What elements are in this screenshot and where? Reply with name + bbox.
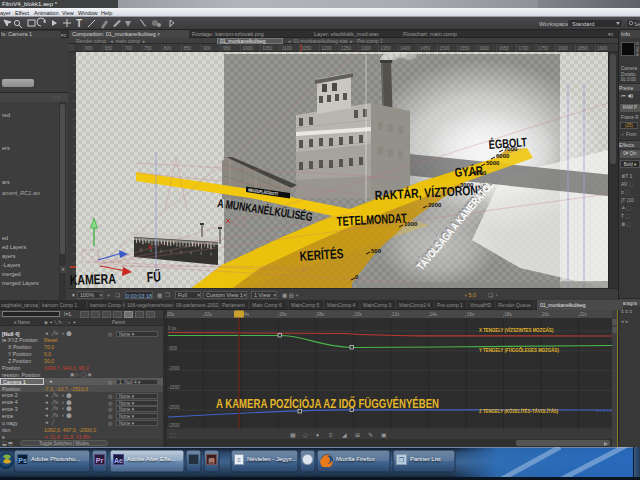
- svg-text:-2000: -2000: [168, 405, 180, 410]
- svg-text:1450: 1450: [420, 46, 431, 51]
- svg-text:1700: 1700: [518, 46, 529, 51]
- svg-text:1050: 1050: [262, 46, 273, 51]
- svg-text:1900: 1900: [597, 46, 608, 51]
- svg-text:650: 650: [105, 46, 113, 51]
- svg-text:1150: 1150: [302, 46, 312, 51]
- svg-text:500: 500: [371, 248, 382, 254]
- svg-text:1600: 1600: [479, 46, 490, 51]
- svg-text:1800: 1800: [558, 46, 569, 51]
- svg-text:X TENGELY (VÍZSZINTES MOZGÁS): X TENGELY (VÍZSZINTES MOZGÁS): [479, 325, 554, 333]
- svg-text:2000: 2000: [428, 202, 442, 208]
- svg-text:12s: 12s: [392, 312, 400, 317]
- svg-text:1500: 1500: [440, 46, 451, 51]
- svg-text:▦: ▦: [290, 432, 296, 438]
- svg-text:02s: 02s: [205, 312, 213, 317]
- svg-text:850: 850: [184, 46, 192, 51]
- svg-text:1300: 1300: [361, 46, 372, 51]
- svg-text:1350: 1350: [381, 46, 392, 51]
- svg-text:900: 900: [203, 46, 211, 51]
- svg-text:18s: 18s: [505, 312, 513, 317]
- svg-text:950: 950: [223, 46, 231, 51]
- svg-text:1000: 1000: [404, 221, 418, 227]
- svg-text:✎: ✎: [368, 432, 373, 438]
- svg-text:4000: 4000: [473, 170, 487, 176]
- svg-text:600: 600: [85, 46, 93, 51]
- svg-text:FŰ: FŰ: [146, 268, 161, 286]
- svg-text:1250: 1250: [341, 46, 352, 51]
- svg-text:5000: 5000: [486, 160, 500, 166]
- svg-text:≡: ≡: [329, 432, 333, 438]
- svg-text:1400: 1400: [400, 46, 411, 51]
- svg-text:KAMERA: KAMERA: [70, 271, 116, 288]
- svg-text:1550: 1550: [459, 46, 470, 51]
- svg-text:3000: 3000: [460, 182, 474, 188]
- svg-text:-500: -500: [168, 346, 178, 351]
- svg-text:1100: 1100: [282, 46, 292, 51]
- svg-text:-1000: -1000: [168, 366, 180, 371]
- svg-text:▣: ▣: [381, 432, 387, 438]
- svg-text:6000: 6000: [496, 153, 510, 159]
- svg-text:Se: Se: [634, 21, 640, 27]
- svg-text:⬚: ⬚: [170, 432, 176, 438]
- svg-text:Standard: Standard: [572, 21, 594, 27]
- svg-text:⊞: ⊞: [355, 432, 360, 438]
- svg-text:14s: 14s: [430, 312, 438, 317]
- svg-text:♦: ♦: [316, 432, 319, 438]
- svg-text:◇: ◇: [303, 432, 308, 438]
- svg-text:16s: 16s: [467, 312, 475, 317]
- svg-text:800: 800: [164, 46, 172, 51]
- svg-text:Workspace:: Workspace:: [539, 21, 571, 27]
- svg-text:1850: 1850: [578, 46, 589, 51]
- svg-text:22s: 22s: [580, 312, 588, 317]
- svg-text:06s: 06s: [280, 312, 288, 317]
- svg-text:Z TENGELY (KÖZELÍTÉS-TÁVOLÍTÁS: Z TENGELY (KÖZELÍTÉS-TÁVOLÍTÁS): [479, 406, 559, 414]
- svg-text:1000: 1000: [243, 46, 254, 51]
- svg-text:700: 700: [124, 46, 132, 51]
- svg-text:00s: 00s: [167, 312, 175, 317]
- svg-text:Y TENGELY (FÜGGŐLEGES MOZGÁS): Y TENGELY (FÜGGŐLEGES MOZGÁS): [479, 346, 559, 353]
- svg-text:1650: 1650: [499, 46, 510, 51]
- svg-text:750: 750: [144, 46, 152, 51]
- svg-text:-1500: -1500: [168, 385, 180, 390]
- svg-text:20s: 20s: [542, 312, 550, 317]
- svg-text:KERÍTÉS: KERÍTÉS: [299, 244, 344, 264]
- svg-text:1200: 1200: [321, 46, 332, 51]
- svg-text:-2500: -2500: [168, 423, 180, 428]
- svg-text:10s: 10s: [355, 312, 363, 317]
- svg-text:T: T: [76, 18, 82, 29]
- svg-text:7000: 7000: [504, 146, 518, 152]
- svg-text:08s: 08s: [317, 312, 325, 317]
- svg-text:1750: 1750: [538, 46, 549, 51]
- svg-text:A KAMERA POZÍCIÓJA AZ IDŐ FÜGG: A KAMERA POZÍCIÓJA AZ IDŐ FÜGGVÉNYÉBEN: [216, 397, 439, 410]
- svg-text:0 px: 0 px: [168, 326, 177, 331]
- svg-text:◢: ◢: [342, 432, 347, 438]
